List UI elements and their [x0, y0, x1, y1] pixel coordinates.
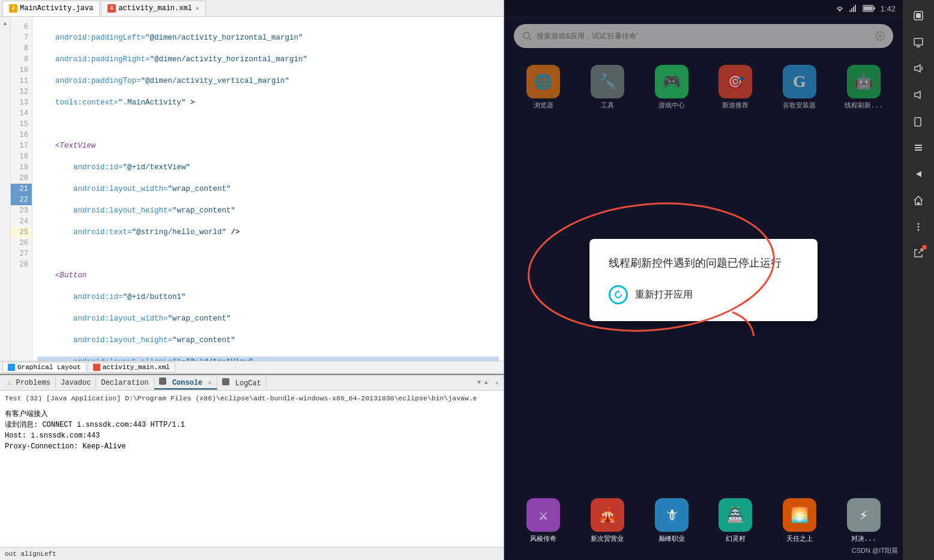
ln-21: 21 [11, 184, 32, 194]
bottom-app-0[interactable]: ⚔ 风棱传奇 [514, 498, 573, 543]
ln-6: 6 [11, 22, 32, 32]
code-line-12: android:id="@+id/textView" [37, 162, 499, 173]
bottom-app-4[interactable]: 🌅 天任之上 [770, 498, 830, 543]
scroll-up-arrow[interactable]: ▲ [3, 19, 7, 29]
bottom-app-2[interactable]: 🗡 巅峰职业 [642, 498, 701, 543]
svg-marker-15 [618, 291, 620, 293]
ln-27: 27 [11, 248, 32, 259]
bottom-app-5-icon: ⚡ [847, 498, 881, 532]
ln-10: 10 [11, 65, 32, 76]
layout-tabs-bar: Graphical Layout activity_main.xml [0, 361, 504, 374]
more-btn[interactable] [908, 216, 929, 238]
bottom-app-1[interactable]: 🎪 新次贸营业 [578, 498, 637, 543]
code-line-10 [37, 119, 499, 130]
btab-console[interactable]: Console ✕ [154, 376, 217, 390]
reopen-app-label: 重新打开应用 [635, 289, 693, 301]
ln-17: 17 [11, 140, 32, 151]
tab-activity-main-xml[interactable]: X activity_main.xml ✕ [101, 1, 205, 16]
bottom-app-3[interactable]: 🏯 幻灵村 [706, 498, 765, 543]
svg-rect-18 [914, 38, 923, 45]
bottom-app-4-label: 天任之上 [786, 534, 813, 543]
activity-main-xml-layout-label: activity_main.xml [103, 364, 170, 371]
bottom-app-3-label: 幻灵村 [726, 534, 746, 543]
status-text: out alignLeft [5, 550, 56, 558]
ln-15: 15 [11, 119, 32, 130]
ln-7: 7 [11, 32, 32, 43]
screen-btn[interactable] [908, 31, 929, 53]
bottom-app-1-label: 新次贸营业 [591, 534, 624, 543]
volume-down-btn[interactable] [908, 84, 929, 106]
code-line-19: android:layout_width="wrap_content" [37, 313, 499, 324]
btab-declaration-label: Declaration [101, 379, 148, 387]
svg-line-32 [918, 249, 923, 253]
bottom-app-0-icon: ⚔ [526, 498, 560, 532]
code-line-7: android:paddingRight="@dimen/activity_ho… [37, 54, 499, 65]
btab-declaration[interactable]: Declaration [96, 378, 154, 388]
reopen-app-button[interactable]: 重新打开应用 [609, 285, 798, 304]
ln-9: 9 [11, 54, 32, 65]
ln-18: 18 [11, 151, 32, 162]
external-link-btn[interactable] [908, 242, 929, 264]
btab-javadoc-label: Javadoc [61, 379, 91, 387]
ln-23: 23 [11, 205, 32, 216]
code-line-6: android:paddingLeft="@dimen/activity_hor… [37, 32, 499, 43]
btab-pin-icon[interactable]: ▼ ▲ [475, 378, 490, 388]
svg-point-30 [918, 226, 920, 228]
phone-screen: 1:42 🌐 浏览器 🔧 工具 [504, 0, 903, 560]
code-line-8: android:paddingTop="@dimen/activity_vert… [37, 76, 499, 86]
btab-javadoc[interactable]: Javadoc [56, 378, 96, 388]
graphical-layout-label: Graphical Layout [17, 364, 81, 371]
expand-btn[interactable] [908, 5, 929, 26]
ln-11: 11 [11, 76, 32, 86]
bottom-app-4-icon: 🌅 [783, 498, 816, 532]
ln-19: 19 [11, 162, 32, 173]
code-line-21: android:layout_alignLeft="@+id/textView" [37, 357, 499, 361]
bottom-app-5[interactable]: ⚡ 对决... [834, 498, 893, 543]
crash-dialog-title: 线程刷新控件遇到的问题已停止运行 [609, 256, 798, 271]
graphical-layout-tab[interactable]: Graphical Layout [2, 362, 86, 373]
console-line-2: 读到消息: CONNECT i.snssdk.com:443 HTTP/1.1 [5, 420, 499, 430]
btab-console-label: Console [172, 379, 202, 387]
tab-close-icon[interactable]: ✕ [196, 5, 199, 12]
line-numbers: 6 7 8 9 10 11 12 13 14 15 16 17 18 19 20… [11, 17, 32, 361]
back-btn[interactable] [908, 163, 929, 185]
activity-main-xml-layout-tab[interactable]: activity_main.xml [88, 362, 175, 373]
volume-up-btn[interactable] [908, 58, 929, 79]
menu-btn[interactable] [908, 137, 929, 158]
svg-rect-17 [916, 13, 921, 18]
code-line-15: android:text="@string/hello_world" /> [37, 227, 499, 238]
console-header-path: Test (32) [Java Application] D:\Program … [5, 393, 499, 404]
ln-24: 24 [11, 216, 32, 227]
bottom-app-row: ⚔ 风棱传奇 🎪 新次贸营业 🗡 巅峰职业 🏯 幻灵村 🌅 天任之上 ⚡ 对 [504, 493, 903, 548]
svg-point-31 [918, 229, 920, 231]
home-btn[interactable] [908, 190, 929, 211]
ln-14: 14 [11, 108, 32, 119]
code-line-11: <TextView [37, 140, 499, 151]
btab-logcat[interactable]: LogCat [217, 377, 267, 389]
ln-8: 8 [11, 43, 32, 54]
svg-marker-22 [915, 91, 920, 98]
bottom-app-2-icon: 🗡 [655, 498, 688, 532]
code-line-18: android:id="@+id/button1" [37, 292, 499, 303]
btab-problems[interactable]: ⚠ Problems [2, 377, 56, 388]
console-content: Test (32) [Java Application] D:\Program … [0, 391, 504, 547]
tab-bar: J MainActivity.java X activity_main.xml … [0, 0, 504, 17]
ln-26: 26 [11, 238, 32, 248]
btab-close-icon[interactable]: ✕ [493, 378, 501, 388]
bottom-app-2-label: 巅峰职业 [658, 534, 685, 543]
svg-rect-28 [917, 202, 920, 205]
tab-main-activity[interactable]: J MainActivity.java [2, 1, 100, 16]
tab-main-activity-label: MainActivity.java [20, 4, 93, 13]
svg-marker-27 [916, 171, 921, 177]
rotate-btn[interactable] [908, 110, 929, 132]
crash-dialog: 线程刷新控件遇到的问题已停止运行 重新打开应用 [589, 239, 818, 321]
right-toolbar [903, 0, 934, 560]
refresh-icon [609, 285, 628, 304]
ide-left-scrollbar: ▲ [0, 17, 11, 361]
emulator-panel: 1:42 🌐 浏览器 🔧 工具 [504, 0, 934, 560]
svg-rect-23 [915, 118, 921, 126]
watermark: CSDN @IT阳晨 [852, 546, 898, 555]
code-line-20: android:layout_height="wrap_content" [37, 335, 499, 346]
code-line-9: tools:context=".MainActivity" > [37, 97, 499, 108]
code-content[interactable]: android:paddingLeft="@dimen/activity_hor… [32, 17, 504, 361]
